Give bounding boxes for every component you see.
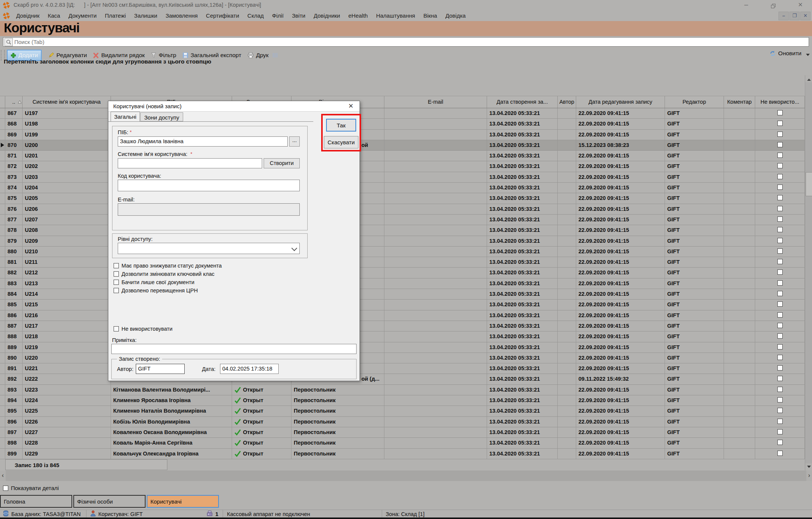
scroll-left-arrow[interactable]: ‹ [0, 471, 6, 481]
table-row[interactable]: 893U223Кітманова Валентина Володимирі...… [0, 385, 805, 395]
scroll-up-arrow[interactable] [805, 75, 812, 82]
menu-item-12[interactable]: eHealth [344, 11, 372, 21]
column-header-12[interactable]: Не використо... [755, 96, 805, 108]
not-used-checkbox[interactable] [777, 153, 783, 158]
not-used-checkbox[interactable] [777, 142, 783, 147]
menu-item-14[interactable]: Вікна [419, 11, 442, 21]
author-input[interactable]: GIFT [136, 364, 185, 374]
table-row[interactable]: 898U228Коваль Марія-Анна СергіївнаОткрыт… [0, 438, 805, 448]
refresh-button[interactable]: Оновити [770, 50, 801, 57]
not-used-checkbox[interactable] [777, 419, 783, 424]
not-used-checkbox[interactable] [777, 376, 783, 381]
not-used-checkbox[interactable] [777, 110, 783, 115]
menu-item-4[interactable]: Платежі [101, 11, 130, 21]
not-used-checkbox[interactable] [777, 323, 783, 328]
not-used-checkbox[interactable] [777, 291, 783, 296]
column-header-11[interactable]: Коментар [724, 96, 755, 108]
not-used-checkbox[interactable] [777, 301, 783, 307]
menu-item-5[interactable]: Залишки [130, 11, 162, 21]
not-used-checkbox[interactable] [777, 132, 783, 137]
menu-item-3[interactable]: Документи [64, 11, 101, 21]
create-sysname-button[interactable]: Створити [264, 158, 300, 168]
note-input[interactable] [111, 344, 357, 354]
permission-checkbox-4[interactable] [114, 288, 119, 293]
tab-zony-dostupu[interactable]: Зони доступу [140, 112, 183, 121]
column-header-2[interactable]: Системне ім'я користувача [23, 96, 111, 108]
vertical-scrollbar[interactable] [805, 75, 812, 471]
mdi-minimize-button[interactable]: – [779, 12, 789, 20]
not-used-checkbox[interactable] [777, 185, 783, 190]
not-used-checkbox[interactable] [777, 248, 783, 254]
menu-item-9[interactable]: Філії [268, 11, 288, 21]
not-used-checkbox[interactable] [777, 238, 783, 243]
minimize-button[interactable]: – [741, 1, 752, 9]
column-header-7[interactable]: Дата створення за... [487, 96, 558, 108]
not-used-checkbox[interactable] [777, 163, 783, 168]
permission-checkbox-1[interactable] [114, 263, 119, 268]
pib-browse-button[interactable]: ... [289, 136, 300, 147]
pib-input[interactable]: Зашко Людмила Іванівна [118, 136, 288, 147]
not-used-checkbox[interactable] [777, 355, 783, 360]
not-used-checkbox[interactable] [777, 344, 783, 350]
not-used-checkbox[interactable] [777, 387, 783, 392]
email-input[interactable] [118, 203, 300, 216]
column-header-1[interactable]: .. [5, 96, 23, 108]
table-row[interactable]: 899U229Ковальчук Олександра ІгорівнаОткр… [0, 449, 805, 459]
tab-zagalni[interactable]: Загальні [111, 112, 140, 121]
not-used-checkbox[interactable] [777, 195, 783, 200]
search-input[interactable] [14, 38, 809, 45]
not-used-checkbox[interactable] [777, 206, 783, 211]
sysname-input[interactable] [118, 158, 262, 168]
scroll-down-arrow[interactable] [805, 463, 812, 471]
horizontal-scrollbar[interactable]: ‹ › [0, 471, 812, 481]
close-button[interactable]: × [795, 1, 806, 9]
show-details-checkbox[interactable] [3, 486, 8, 491]
not-used-checkbox[interactable] [777, 227, 783, 232]
menu-item-1[interactable]: Довідник [12, 11, 44, 21]
not-used-checkbox[interactable] [777, 259, 783, 264]
permission-checkbox-3[interactable] [114, 280, 119, 285]
not-used-checkbox[interactable] [777, 408, 783, 413]
table-row[interactable]: 896U226Кобізь Юлія ВолодимирівнаОткрытПе… [0, 417, 805, 427]
menu-item-10[interactable]: Звіти [288, 11, 310, 21]
menu-item-11[interactable]: Довідники [310, 11, 344, 21]
bottom-tab-2[interactable]: Фізичні особи [73, 495, 146, 508]
bottom-tab-1[interactable]: Головна [0, 495, 72, 508]
menu-item-7[interactable]: Сертифікати [202, 11, 243, 21]
not-used-checkbox[interactable] [777, 440, 783, 445]
columns-button[interactable] [272, 51, 281, 60]
not-used-checkbox[interactable] [777, 429, 783, 434]
table-row[interactable]: 895U225Клименко Наталія ВолодимирівнаОтк… [0, 406, 805, 416]
table-row[interactable]: 897U227Коваленко Оксана ВолодимирівнаОтк… [0, 427, 805, 438]
not-used-checkbox[interactable] [777, 174, 783, 179]
menu-item-8[interactable]: Склад [243, 11, 268, 21]
bottom-tab-3[interactable]: Користувачі [147, 495, 219, 508]
not-used-checkbox[interactable] [777, 333, 783, 339]
menu-item-6[interactable]: Замовлення [161, 11, 202, 21]
column-header-6[interactable]: E-mail [384, 96, 487, 108]
menu-item-2[interactable]: Каса [44, 11, 64, 21]
mdi-close-button[interactable]: ✕ [800, 12, 810, 20]
not-used-checkbox[interactable] [777, 365, 783, 371]
code-input[interactable] [118, 180, 300, 191]
menu-item-13[interactable]: Налаштування [372, 11, 419, 21]
not-used-checkbox[interactable] [777, 216, 783, 222]
not-used-checkbox[interactable] [777, 451, 783, 456]
not-use-checkbox[interactable] [114, 326, 119, 331]
permission-checkbox-2[interactable] [114, 271, 119, 277]
mdi-restore-button[interactable]: ❐ [789, 12, 800, 20]
date-input[interactable]: 04.02.2025 17:35:18 [220, 364, 279, 374]
vertical-scroll-thumb[interactable] [806, 172, 812, 196]
column-header-10[interactable]: Редактор [665, 96, 724, 108]
column-header-8[interactable]: Автор [558, 96, 576, 108]
not-used-checkbox[interactable] [777, 269, 783, 275]
table-row[interactable]: 894U224Клименко Ярослава ІгорівнаОткрытП… [0, 395, 805, 406]
restore-button[interactable] [768, 1, 779, 11]
dialog-close-icon[interactable]: × [345, 101, 357, 111]
menu-item-15[interactable]: Довідка [441, 11, 470, 21]
print-button[interactable]: Друк [244, 50, 272, 60]
levels-combobox[interactable] [118, 243, 300, 254]
column-header-9[interactable]: Дата редагування запису [576, 96, 665, 108]
not-used-checkbox[interactable] [777, 397, 783, 402]
scroll-right-arrow[interactable]: › [806, 471, 812, 481]
